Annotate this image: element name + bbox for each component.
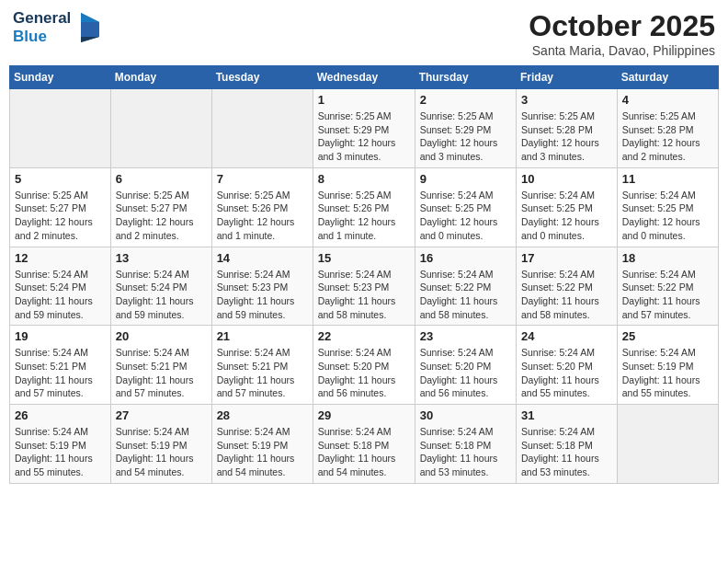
calendar-cell: 12Sunrise: 5:24 AM Sunset: 5:24 PM Dayli… bbox=[10, 247, 111, 326]
day-info: Sunrise: 5:25 AM Sunset: 5:29 PM Dayligh… bbox=[420, 109, 511, 164]
calendar-cell: 21Sunrise: 5:24 AM Sunset: 5:21 PM Dayli… bbox=[211, 326, 313, 405]
weekday-header: Sunday bbox=[10, 66, 111, 89]
title-block: October 2025 Santa Maria, Davao, Philipp… bbox=[529, 9, 715, 58]
day-info: Sunrise: 5:24 AM Sunset: 5:21 PM Dayligh… bbox=[15, 346, 106, 400]
day-info: Sunrise: 5:24 AM Sunset: 5:23 PM Dayligh… bbox=[318, 268, 410, 322]
day-info: Sunrise: 5:24 AM Sunset: 5:21 PM Dayligh… bbox=[217, 346, 308, 400]
logo-icon bbox=[74, 11, 103, 44]
calendar-week: 12Sunrise: 5:24 AM Sunset: 5:24 PM Dayli… bbox=[10, 247, 719, 326]
calendar-cell: 11Sunrise: 5:24 AM Sunset: 5:25 PM Dayli… bbox=[617, 167, 718, 247]
day-info: Sunrise: 5:24 AM Sunset: 5:20 PM Dayligh… bbox=[318, 346, 410, 400]
page-header: General Blue October 2025 Santa Maria, D… bbox=[9, 9, 719, 58]
day-number: 3 bbox=[521, 93, 612, 107]
day-number: 27 bbox=[116, 408, 207, 422]
day-info: Sunrise: 5:24 AM Sunset: 5:22 PM Dayligh… bbox=[420, 268, 511, 322]
day-number: 16 bbox=[420, 251, 511, 265]
logo: General Blue bbox=[13, 9, 103, 45]
day-info: Sunrise: 5:24 AM Sunset: 5:18 PM Dayligh… bbox=[318, 425, 410, 479]
day-number: 12 bbox=[15, 251, 106, 265]
calendar-cell: 19Sunrise: 5:24 AM Sunset: 5:21 PM Dayli… bbox=[10, 326, 111, 405]
day-info: Sunrise: 5:24 AM Sunset: 5:22 PM Dayligh… bbox=[622, 268, 713, 322]
day-number: 24 bbox=[521, 329, 612, 343]
day-info: Sunrise: 5:25 AM Sunset: 5:27 PM Dayligh… bbox=[116, 189, 207, 243]
day-number: 13 bbox=[116, 251, 207, 265]
day-number: 20 bbox=[116, 329, 207, 343]
day-number: 29 bbox=[318, 408, 410, 422]
calendar-cell: 20Sunrise: 5:24 AM Sunset: 5:21 PM Dayli… bbox=[110, 326, 211, 405]
calendar-cell: 15Sunrise: 5:24 AM Sunset: 5:23 PM Dayli… bbox=[313, 247, 415, 326]
day-number: 11 bbox=[622, 172, 713, 186]
calendar-cell: 7Sunrise: 5:25 AM Sunset: 5:26 PM Daylig… bbox=[211, 167, 313, 247]
weekday-header: Tuesday bbox=[211, 66, 313, 89]
day-number: 26 bbox=[15, 408, 106, 422]
day-number: 2 bbox=[420, 93, 511, 107]
day-number: 23 bbox=[420, 329, 511, 343]
day-info: Sunrise: 5:24 AM Sunset: 5:23 PM Dayligh… bbox=[217, 268, 308, 322]
calendar-week: 1Sunrise: 5:25 AM Sunset: 5:29 PM Daylig… bbox=[10, 89, 719, 168]
day-info: Sunrise: 5:24 AM Sunset: 5:18 PM Dayligh… bbox=[420, 425, 511, 479]
day-info: Sunrise: 5:24 AM Sunset: 5:24 PM Dayligh… bbox=[116, 268, 207, 322]
calendar-cell: 29Sunrise: 5:24 AM Sunset: 5:18 PM Dayli… bbox=[313, 405, 415, 484]
day-number: 6 bbox=[116, 172, 207, 186]
calendar-cell bbox=[110, 89, 211, 168]
day-info: Sunrise: 5:24 AM Sunset: 5:19 PM Dayligh… bbox=[217, 425, 308, 479]
logo-text-blue: Blue bbox=[13, 28, 71, 46]
calendar-cell: 4Sunrise: 5:25 AM Sunset: 5:28 PM Daylig… bbox=[617, 89, 718, 168]
day-info: Sunrise: 5:25 AM Sunset: 5:27 PM Dayligh… bbox=[15, 189, 106, 243]
weekday-header: Friday bbox=[517, 66, 618, 89]
calendar-week: 26Sunrise: 5:24 AM Sunset: 5:19 PM Dayli… bbox=[10, 405, 719, 484]
calendar-cell: 18Sunrise: 5:24 AM Sunset: 5:22 PM Dayli… bbox=[617, 247, 718, 326]
day-number: 17 bbox=[521, 251, 612, 265]
calendar-cell: 16Sunrise: 5:24 AM Sunset: 5:22 PM Dayli… bbox=[415, 247, 516, 326]
calendar-cell: 28Sunrise: 5:24 AM Sunset: 5:19 PM Dayli… bbox=[211, 405, 313, 484]
calendar-cell: 17Sunrise: 5:24 AM Sunset: 5:22 PM Dayli… bbox=[517, 247, 618, 326]
day-number: 31 bbox=[521, 408, 612, 422]
calendar-cell: 6Sunrise: 5:25 AM Sunset: 5:27 PM Daylig… bbox=[110, 167, 211, 247]
day-info: Sunrise: 5:25 AM Sunset: 5:28 PM Dayligh… bbox=[521, 109, 612, 164]
day-number: 22 bbox=[318, 329, 410, 343]
day-number: 30 bbox=[420, 408, 511, 422]
calendar-cell: 1Sunrise: 5:25 AM Sunset: 5:29 PM Daylig… bbox=[313, 89, 415, 168]
calendar-cell: 2Sunrise: 5:25 AM Sunset: 5:29 PM Daylig… bbox=[415, 89, 516, 168]
day-info: Sunrise: 5:24 AM Sunset: 5:21 PM Dayligh… bbox=[116, 346, 207, 400]
calendar-cell bbox=[617, 405, 718, 484]
day-number: 14 bbox=[217, 251, 308, 265]
svg-marker-1 bbox=[81, 13, 99, 22]
calendar-cell: 10Sunrise: 5:24 AM Sunset: 5:25 PM Dayli… bbox=[517, 167, 618, 247]
day-number: 10 bbox=[521, 172, 612, 186]
weekday-header: Monday bbox=[110, 66, 211, 89]
calendar-cell bbox=[10, 89, 111, 168]
calendar-cell: 13Sunrise: 5:24 AM Sunset: 5:24 PM Dayli… bbox=[110, 247, 211, 326]
day-number: 28 bbox=[217, 408, 308, 422]
day-info: Sunrise: 5:24 AM Sunset: 5:25 PM Dayligh… bbox=[622, 189, 713, 243]
calendar-cell: 5Sunrise: 5:25 AM Sunset: 5:27 PM Daylig… bbox=[10, 167, 111, 247]
calendar-cell: 22Sunrise: 5:24 AM Sunset: 5:20 PM Dayli… bbox=[313, 326, 415, 405]
day-info: Sunrise: 5:25 AM Sunset: 5:26 PM Dayligh… bbox=[318, 189, 410, 243]
day-number: 5 bbox=[15, 172, 106, 186]
day-info: Sunrise: 5:24 AM Sunset: 5:20 PM Dayligh… bbox=[420, 346, 511, 400]
svg-marker-3 bbox=[81, 37, 99, 42]
day-number: 18 bbox=[622, 251, 713, 265]
calendar-cell bbox=[211, 89, 313, 168]
day-info: Sunrise: 5:24 AM Sunset: 5:20 PM Dayligh… bbox=[521, 346, 612, 400]
day-info: Sunrise: 5:24 AM Sunset: 5:25 PM Dayligh… bbox=[521, 189, 612, 243]
day-info: Sunrise: 5:24 AM Sunset: 5:24 PM Dayligh… bbox=[15, 268, 106, 322]
calendar-table: SundayMondayTuesdayWednesdayThursdayFrid… bbox=[9, 65, 719, 484]
day-number: 15 bbox=[318, 251, 410, 265]
calendar-cell: 30Sunrise: 5:24 AM Sunset: 5:18 PM Dayli… bbox=[415, 405, 516, 484]
calendar-header: SundayMondayTuesdayWednesdayThursdayFrid… bbox=[10, 66, 719, 89]
day-number: 19 bbox=[15, 329, 106, 343]
location: Santa Maria, Davao, Philippines bbox=[529, 43, 715, 58]
calendar-cell: 23Sunrise: 5:24 AM Sunset: 5:20 PM Dayli… bbox=[415, 326, 516, 405]
calendar-week: 5Sunrise: 5:25 AM Sunset: 5:27 PM Daylig… bbox=[10, 167, 719, 247]
calendar-cell: 8Sunrise: 5:25 AM Sunset: 5:26 PM Daylig… bbox=[313, 167, 415, 247]
calendar-cell: 31Sunrise: 5:24 AM Sunset: 5:18 PM Dayli… bbox=[517, 405, 618, 484]
calendar-cell: 25Sunrise: 5:24 AM Sunset: 5:19 PM Dayli… bbox=[617, 326, 718, 405]
day-info: Sunrise: 5:25 AM Sunset: 5:29 PM Dayligh… bbox=[318, 109, 410, 164]
weekday-header: Saturday bbox=[617, 66, 718, 89]
day-number: 25 bbox=[622, 329, 713, 343]
month-title: October 2025 bbox=[529, 9, 715, 43]
day-number: 9 bbox=[420, 172, 511, 186]
calendar-cell: 9Sunrise: 5:24 AM Sunset: 5:25 PM Daylig… bbox=[415, 167, 516, 247]
calendar-cell: 24Sunrise: 5:24 AM Sunset: 5:20 PM Dayli… bbox=[517, 326, 618, 405]
